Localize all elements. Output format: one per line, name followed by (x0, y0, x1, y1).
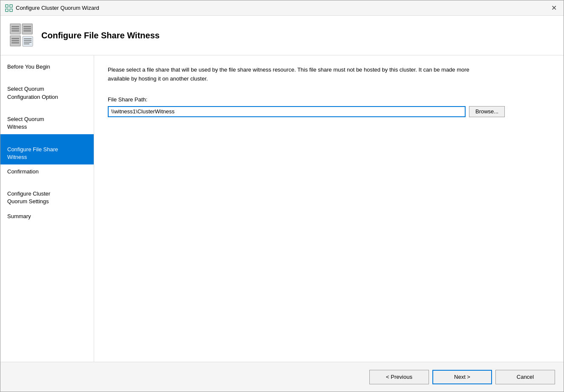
svg-rect-12 (12, 30, 19, 32)
sidebar-item-summary[interactable]: Summary (0, 209, 94, 224)
sidebar: Before You Begin Select Quorum Configura… (0, 55, 94, 362)
svg-rect-20 (12, 38, 19, 39)
sidebar-item-confirmation[interactable]: Confirmation (0, 164, 94, 179)
svg-rect-6 (6, 9, 8, 11)
sidebar-item-configure-file-share-witness[interactable]: Configure File Share Witness (0, 134, 94, 164)
title-bar-title: Configure Cluster Quorum Wizard (16, 5, 99, 11)
field-label: File Share Path: (108, 96, 550, 103)
svg-rect-23 (23, 36, 33, 46)
cluster-icon (9, 23, 35, 48)
field-section: File Share Path: Browse... (108, 96, 550, 117)
svg-rect-5 (10, 5, 12, 7)
title-bar-icon (5, 4, 13, 12)
title-bar: Configure Cluster Quorum Wizard ✕ (0, 0, 564, 16)
next-button[interactable]: Next > (432, 370, 492, 384)
header-section: Configure File Share Witness (0, 16, 564, 55)
svg-rect-21 (12, 40, 19, 41)
file-share-path-input[interactable] (108, 106, 466, 117)
svg-rect-16 (23, 28, 31, 29)
sidebar-item-select-quorum-witness[interactable]: Select Quorum Witness (0, 104, 94, 135)
svg-rect-11 (12, 28, 19, 29)
sidebar-item-before-you-begin[interactable]: Before You Begin (0, 60, 94, 74)
svg-rect-4 (6, 5, 8, 7)
svg-rect-22 (12, 42, 19, 43)
previous-button[interactable]: < Previous (369, 370, 429, 384)
svg-rect-17 (23, 30, 31, 32)
header-title: Configure File Share Witness (41, 31, 160, 40)
sidebar-item-select-quorum-configuration[interactable]: Select Quorum Configuration Option (0, 74, 94, 104)
description-text: Please select a file share that will be … (108, 66, 474, 84)
body-section: Before You Begin Select Quorum Configura… (0, 55, 564, 362)
footer: < Previous Next > Cancel (0, 362, 564, 392)
cancel-button[interactable]: Cancel (495, 370, 555, 384)
close-button[interactable]: ✕ (549, 4, 559, 12)
svg-rect-10 (12, 26, 19, 27)
svg-rect-15 (23, 26, 31, 27)
sidebar-item-configure-cluster-quorum[interactable]: Configure Cluster Quorum Settings (0, 179, 94, 209)
title-bar-left: Configure Cluster Quorum Wizard (5, 4, 99, 12)
wizard-window: Configure Cluster Quorum Wizard ✕ (0, 0, 564, 392)
content-area: Please select a file share that will be … (94, 55, 564, 362)
field-row: Browse... (108, 106, 550, 117)
browse-button[interactable]: Browse... (469, 106, 505, 117)
svg-rect-7 (10, 9, 12, 11)
